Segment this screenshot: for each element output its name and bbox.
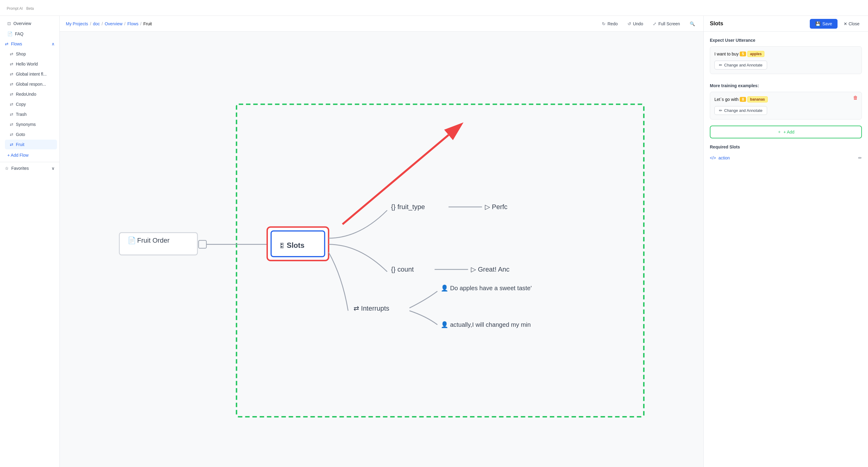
sidebar-item-copy[interactable]: ⇄ Copy — [5, 99, 57, 109]
fullscreen-label: Full Screen — [658, 21, 680, 26]
panel-title: Slots — [710, 21, 810, 27]
flow-icon-fruit: ⇄ — [10, 142, 13, 147]
sidebar-hello-label: Hello World — [16, 62, 38, 66]
sidebar-item-global-respon[interactable]: ⇄ Global respon... — [5, 79, 57, 89]
content-area: My Projects / doc / Overview / Flows / F… — [60, 16, 704, 467]
redo-button[interactable]: ↻ Redo — [599, 20, 620, 27]
breadcrumb-doc[interactable]: doc — [93, 21, 100, 26]
redo-icon: ↻ — [602, 21, 606, 26]
delete-utterance-button[interactable]: 🗑 — [853, 95, 858, 101]
required-slots-section: Required Slots </> action ✏ — [710, 145, 862, 163]
sidebar-item-overview[interactable]: ⊡ Overview — [2, 19, 57, 28]
close-label: Close — [848, 21, 860, 26]
sidebar-item-shop[interactable]: ⇄ Shop — [5, 49, 57, 59]
svg-text:Slots: Slots — [287, 241, 305, 249]
sidebar-globalrespon-label: Global respon... — [16, 82, 46, 87]
sidebar-redoundo-label: RedoUndo — [16, 92, 36, 97]
sidebar-item-global-intent[interactable]: ⇄ Global intent fl... — [5, 69, 57, 79]
flow-icon-globalintent: ⇄ — [10, 72, 13, 76]
flow-icon-goto: ⇄ — [10, 132, 13, 137]
utterance-2-text: Let`s go with 8 bananas — [714, 96, 857, 102]
redo-label: Redo — [608, 21, 618, 26]
breadcrumb-flows[interactable]: Flows — [127, 21, 139, 26]
add-example-button[interactable]: ＋ + Add — [710, 126, 862, 138]
utterance2-text-part: Let`s go with — [714, 97, 739, 102]
utterance1-num-badge: 5 — [740, 52, 746, 56]
slot-action-name: action — [718, 155, 856, 160]
svg-text:⇄ Interrupts: ⇄ Interrupts — [353, 305, 389, 312]
change-annotate-button-1[interactable]: ✏ Change and Annotate — [714, 61, 767, 69]
utterance-card-2: 🗑 Let`s go with 8 bananas ✏ Change and A… — [710, 92, 862, 120]
annotate-icon-2: ✏ — [719, 108, 722, 113]
sidebar-item-synonyms[interactable]: ⇄ Synonyms — [5, 120, 57, 129]
sidebar-section-flows[interactable]: ⇄ Flows ∧ — [0, 39, 59, 49]
flow-icon-trash: ⇄ — [10, 112, 13, 117]
undo-button[interactable]: ↺ Undo — [625, 20, 646, 27]
flow-icon-synonyms: ⇄ — [10, 122, 13, 127]
add-label: + Add — [783, 129, 794, 134]
sidebar-faq-label: FAQ — [15, 31, 24, 36]
faq-icon: 📄 — [7, 31, 12, 36]
change-annotate-button-2[interactable]: ✏ Change and Annotate — [714, 106, 767, 115]
close-button[interactable]: ✕ Close — [841, 20, 862, 27]
add-flow-label: + Add Flow — [7, 153, 29, 158]
sidebar-item-fruit[interactable]: ⇄ Fruit — [5, 139, 57, 149]
sidebar-favorites[interactable]: ☆ Favorites ∨ — [0, 163, 59, 173]
flow-icon-copy: ⇄ — [10, 102, 13, 107]
utterance-card-1: I want to buy 5 apples ✏ Change and Anno… — [710, 46, 862, 74]
flow-icon-globalrespon: ⇄ — [10, 82, 13, 87]
search-icon: 🔍 — [690, 21, 695, 26]
right-panel: Slots 💾 Save ✕ Close Expect User Utteran… — [704, 16, 868, 467]
overview-icon: ⊡ — [7, 21, 11, 26]
search-button[interactable]: 🔍 — [687, 20, 697, 27]
breadcrumb-fruit: Fruit — [143, 21, 152, 26]
undo-label: Undo — [633, 21, 643, 26]
sidebar-divider — [0, 162, 59, 162]
breadcrumb-my-projects[interactable]: My Projects — [66, 21, 88, 26]
sidebar-item-goto[interactable]: ⇄ Goto — [5, 129, 57, 139]
utterance2-num-badge: 8 — [740, 97, 746, 102]
slot-edit-icon[interactable]: ✏ — [858, 155, 862, 160]
sidebar-overview-label: Overview — [13, 21, 31, 26]
save-icon: 💾 — [815, 21, 820, 26]
fullscreen-button[interactable]: ⤢ Full Screen — [650, 20, 682, 27]
annotate-icon-1: ✏ — [719, 63, 722, 67]
svg-text:▷ Great! Anc: ▷ Great! Anc — [471, 266, 509, 273]
sidebar-trash-label: Trash — [16, 112, 27, 117]
expect-utterance-title: Expect User Utterance — [710, 38, 862, 43]
sidebar-fruit-label: Fruit — [16, 142, 24, 147]
save-button[interactable]: 💾 Save — [810, 19, 838, 29]
canvas-area[interactable]: 📄 Fruit Order 🎛 Slots {} fr — [60, 32, 704, 467]
svg-text:📄: 📄 — [128, 236, 136, 245]
sidebar-add-flow[interactable]: + Add Flow — [2, 150, 57, 160]
sidebar-item-redoundo[interactable]: ⇄ RedoUndo — [5, 89, 57, 99]
favorites-star-icon: ☆ — [5, 166, 9, 171]
svg-text:{} fruit_type: {} fruit_type — [391, 203, 425, 211]
flow-canvas-svg: 📄 Fruit Order 🎛 Slots {} fr — [60, 32, 704, 467]
app-title-text: Prompt AI — [7, 6, 23, 11]
save-label: Save — [822, 21, 832, 26]
required-slots-title: Required Slots — [710, 145, 862, 149]
svg-text:{} count: {} count — [391, 266, 413, 273]
sidebar-shop-label: Shop — [16, 52, 26, 56]
change-annotate-label-1: Change and Annotate — [724, 63, 763, 67]
utterance2-word-badge: bananas — [747, 96, 768, 102]
toolbar-actions: ↻ Redo ↺ Undo ⤢ Full Screen 🔍 — [599, 20, 697, 27]
add-icon: ＋ — [777, 129, 781, 135]
flows-icon: ⇄ — [5, 41, 8, 46]
more-examples-section: More training examples: 🗑 Let`s go with … — [710, 83, 862, 120]
breadcrumb-sep3: / — [124, 21, 126, 26]
breadcrumb-sep2: / — [102, 21, 103, 26]
favorites-chevron-icon: ∨ — [52, 166, 55, 171]
sidebar-item-trash[interactable]: ⇄ Trash — [5, 110, 57, 119]
slot-code-icon: </> — [710, 155, 716, 160]
panel-body: Expect User Utterance I want to buy 5 ap… — [704, 32, 868, 467]
svg-text:Fruit Order: Fruit Order — [137, 237, 169, 244]
breadcrumb-overview[interactable]: Overview — [104, 21, 122, 26]
sidebar-item-hello-world[interactable]: ⇄ Hello World — [5, 59, 57, 69]
panel-header: Slots 💾 Save ✕ Close — [704, 16, 868, 32]
utterance1-word-badge: apples — [747, 51, 764, 57]
toolbar: My Projects / doc / Overview / Flows / F… — [60, 16, 704, 32]
sidebar-item-faq[interactable]: 📄 FAQ — [2, 29, 57, 39]
breadcrumb: My Projects / doc / Overview / Flows / F… — [66, 21, 596, 26]
